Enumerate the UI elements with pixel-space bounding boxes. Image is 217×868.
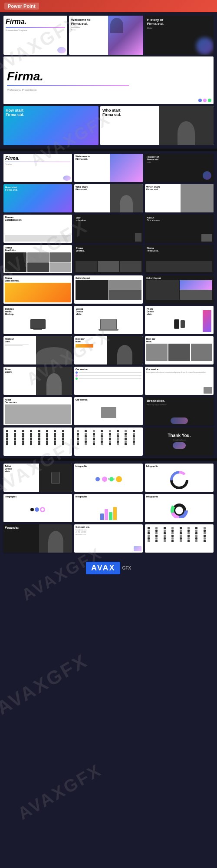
grid-slide-service1[interactable]: Our service. bbox=[74, 367, 143, 395]
mission-img bbox=[135, 233, 141, 242]
vision-img bbox=[201, 234, 212, 242]
grid-slide-vision[interactable]: AboutOur vision. bbox=[145, 215, 214, 243]
grid-slide-who-start[interactable]: Who startFirma std. bbox=[74, 184, 143, 212]
grid-slide-team3[interactable]: Meet ourteam. bbox=[145, 336, 214, 364]
products-title: FirmaProducts. bbox=[147, 247, 212, 252]
thank-you-sub: firma@mail.com bbox=[168, 439, 191, 441]
grid-slide-team2[interactable]: Meet ourteam. bbox=[74, 336, 143, 364]
grid-slide-breakslide[interactable]: Breakslide. Press any key to continue bbox=[145, 397, 214, 425]
info5-chart bbox=[146, 498, 212, 521]
grid-slide-service2[interactable]: Our service. Lorem ipsum dolor sit amet … bbox=[145, 367, 214, 395]
contact-logo bbox=[134, 546, 141, 551]
grid-slide-welcome[interactable]: Welcome toFirma std. bbox=[74, 154, 143, 182]
phone-title: PhoneDeviceslide. bbox=[147, 308, 212, 315]
expert-img bbox=[36, 367, 72, 395]
grid-slide-expert[interactable]: FirmaExpert. bbox=[3, 367, 72, 395]
avax-bottom-logo: AVAX bbox=[86, 562, 120, 574]
team2-title: Meet ourteam. bbox=[76, 338, 105, 343]
large-slide-firma-main[interactable]: Firma. Presentation Template bbox=[3, 16, 67, 55]
who-left: Who startFirma std. bbox=[74, 184, 110, 212]
grid-slide-icons2[interactable] bbox=[74, 427, 143, 456]
who-start-text: Who startFirma std. bbox=[100, 106, 159, 145]
service3-img bbox=[76, 401, 141, 424]
grid-slide-portfolio[interactable]: FirmaPortfolio. bbox=[3, 245, 72, 273]
slide-subtitle: Presentation Template bbox=[6, 29, 65, 32]
grid-slide-works[interactable]: FirmaWorks. bbox=[74, 245, 143, 273]
how-start-title: How startFirma std. bbox=[6, 108, 96, 117]
thank-you-accent bbox=[173, 442, 186, 449]
contact-title: Contact us. bbox=[76, 526, 141, 528]
slides-grid-2: TabletDeviceslide. Infographic Infograph… bbox=[0, 461, 217, 555]
grid-slide-history[interactable]: History ofFirma std. 01/12 bbox=[145, 154, 214, 182]
grid-slide-icons1[interactable] bbox=[3, 427, 72, 456]
thank-you-text: Thank You. bbox=[168, 433, 191, 438]
grid-slide-products[interactable]: FirmaProducts. bbox=[145, 245, 214, 273]
history-blob-sm bbox=[203, 171, 211, 180]
grid-slide-desktop-mockup[interactable]: DekstopmediaMockup. bbox=[3, 306, 72, 334]
grid-slide-laptop-device[interactable]: LeptopDeviceslide. bbox=[74, 306, 143, 334]
service2-title: Our service. bbox=[146, 368, 212, 371]
tablet-title: TabletDeviceslide. bbox=[5, 465, 38, 473]
who-start-title: Who startFirma std. bbox=[102, 108, 157, 117]
how-start-grid-title: How startFirma std. bbox=[5, 186, 70, 191]
grid-slide-contact[interactable]: Contact us. firma@mail.com+1 234 567 890… bbox=[74, 524, 143, 553]
grid-slide-firma[interactable]: Firma. Template bbox=[3, 154, 72, 182]
watermark-text-7: AVAXGFX bbox=[0, 649, 92, 719]
large-slide-firma-logo[interactable]: Firma. Professional Presentation bbox=[3, 56, 214, 104]
large-slide-history[interactable]: History ofFirma std. 01/12 bbox=[145, 16, 214, 55]
grid-slide-best-works[interactable]: FirmaBest works. bbox=[3, 275, 72, 304]
welcome-title: Welcome toFirma std. bbox=[71, 18, 106, 26]
grid-slide-infographic1[interactable]: Infographic bbox=[74, 464, 143, 492]
grid-slide-founder[interactable]: Founder. bbox=[3, 524, 72, 553]
grid-slide-mission[interactable]: Ourmission. bbox=[74, 215, 143, 243]
grid-slide-team1[interactable]: Meet ourteam. bbox=[3, 336, 72, 364]
grid-slide-when-start[interactable]: When startFirma std. bbox=[145, 184, 214, 212]
grid-slide-infographic4[interactable]: Infographic bbox=[74, 494, 143, 522]
break-accent bbox=[171, 417, 188, 424]
firma-logo-text: Firma. bbox=[7, 70, 210, 83]
when-left: When startFirma std. bbox=[145, 184, 181, 212]
grid-slide-tablet[interactable]: TabletDeviceslide. bbox=[3, 464, 72, 492]
grid-slide-service3[interactable]: Our service. bbox=[74, 397, 143, 425]
service1-items bbox=[76, 371, 141, 394]
founder-title: Founder. bbox=[5, 526, 38, 530]
history-title: History ofFirma std. bbox=[147, 18, 211, 26]
when-grid-title: When startFirma std. bbox=[146, 186, 179, 191]
grid-slide-infographic2[interactable]: Infographic bbox=[145, 464, 214, 492]
large-slide-how-start[interactable]: How startFirma std. bbox=[3, 106, 99, 145]
gallery1-grid bbox=[76, 280, 141, 300]
history-num: 01/12 bbox=[147, 161, 212, 163]
best-works-img bbox=[5, 283, 71, 302]
history-grid-title: History ofFirma std. bbox=[147, 156, 212, 161]
grid-slide-infographic3[interactable]: Infographic bbox=[3, 494, 72, 522]
watermark-text-8: AVAXGFX bbox=[14, 760, 105, 824]
large-slide-who-start[interactable]: Who startFirma std. bbox=[100, 106, 214, 145]
info3-content bbox=[5, 498, 71, 521]
grid-slide-gallery1[interactable]: Gallery layout. bbox=[74, 275, 143, 304]
welcome-left: Welcome toFirma std. bbox=[74, 154, 110, 182]
team2-text: Meet ourteam. bbox=[74, 336, 107, 364]
grid-slide-how-start[interactable]: How startFirma std. bbox=[3, 184, 72, 212]
grid-slide-about-service[interactable]: AboutOur service. bbox=[3, 397, 72, 425]
avax-suffix: GFX bbox=[122, 566, 131, 570]
grid-slide-thank-you[interactable]: Thank You. firma@mail.com bbox=[145, 427, 214, 456]
grid-slide-infographic5[interactable]: Infographic bbox=[145, 494, 214, 522]
large-slide-welcome[interactable]: Welcome toFirma std. Firma bbox=[69, 16, 143, 55]
large-slide-row-2: Firma. Professional Presentation bbox=[3, 56, 214, 104]
team1-text: Meet ourteam. bbox=[3, 336, 36, 364]
about-service-img bbox=[5, 404, 71, 424]
service2-text: Lorem ipsum dolor sit amet consectetur a… bbox=[146, 371, 212, 374]
contact-info: firma@mail.com+1 234 567 890www.firma.co… bbox=[76, 529, 141, 536]
laptop-device-img bbox=[76, 315, 141, 332]
info2-chart bbox=[146, 467, 212, 490]
laptop-title: LeptopDeviceslide. bbox=[76, 308, 141, 315]
grid-slide-collaboration[interactable]: FirmanCollaboration. bbox=[3, 215, 72, 243]
grid-slide-icons3[interactable] bbox=[145, 524, 214, 553]
grid-slide-gallery2[interactable]: Gallery layout. bbox=[145, 275, 214, 304]
main-preview-area: Firma. Presentation Template Welcome toF… bbox=[0, 12, 217, 149]
header-bar: Power Point bbox=[0, 0, 217, 12]
team3-photos bbox=[146, 344, 212, 361]
expert-text: FirmaExpert. bbox=[3, 367, 36, 395]
history-subtitle: 01/12 bbox=[147, 27, 211, 29]
grid-slide-phone-device[interactable]: PhoneDeviceslide. bbox=[145, 306, 214, 334]
